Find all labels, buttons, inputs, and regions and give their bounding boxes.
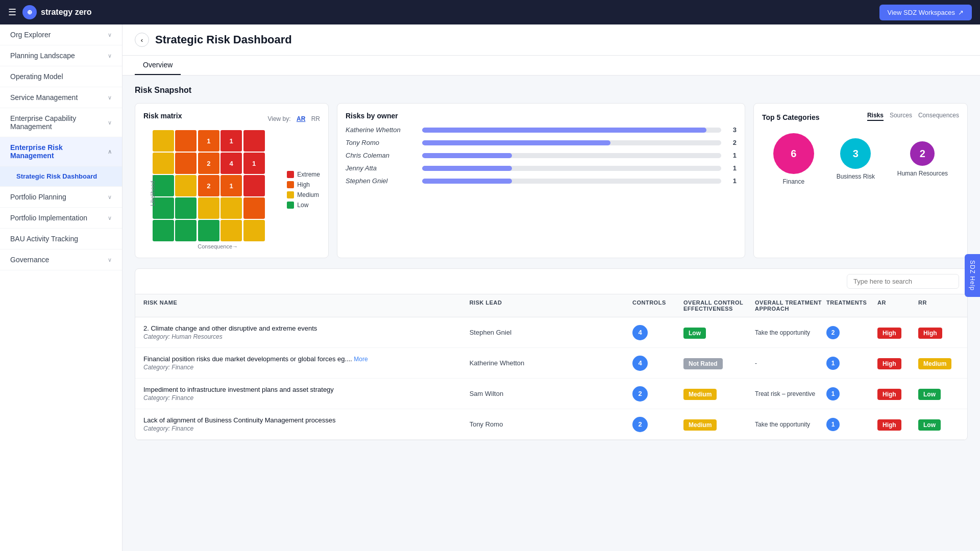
controls-badge: 4	[632, 325, 648, 340]
top5-tabs: RisksSourcesConsequences	[867, 112, 959, 121]
risk-name-cell: 2. Climate change and other disruptive a…	[143, 324, 470, 340]
matrix-cell	[153, 197, 174, 219]
search-input[interactable]	[847, 274, 959, 289]
likelihood-label: Likelihood →	[150, 173, 156, 206]
legend-item: Low	[287, 202, 320, 209]
hamburger-icon[interactable]: ☰	[8, 7, 16, 18]
category-item: 2 Human Resources	[897, 141, 948, 177]
ar-badge: High	[877, 328, 901, 339]
owner-count: 1	[726, 164, 737, 172]
risk-name-cell: Financial position risks due market deve…	[143, 355, 470, 371]
control-effectiveness-badge: Low	[683, 328, 706, 339]
top5-tab[interactable]: Risks	[867, 112, 884, 121]
ar-cell: High	[877, 420, 918, 429]
matrix-cell	[220, 220, 242, 241]
top-navigation: ☰ ⊕ strategy zero View SDZ Workspaces ↗	[0, 0, 980, 24]
sidebar-item-enterprise-capability[interactable]: Enterprise Capability Management ∨	[0, 108, 122, 137]
matrix-cell	[220, 197, 242, 219]
rr-cell: Medium	[918, 359, 959, 368]
table-header-cell: RR	[918, 299, 959, 312]
logo-icon: ⊕	[22, 5, 37, 19]
sidebar-item-enterprise-risk[interactable]: Enterprise Risk Management ∧	[0, 137, 122, 166]
risk-lead-cell: Tony Romo	[470, 420, 632, 428]
matrix-cell: 1	[198, 130, 219, 152]
matrix-cell	[175, 130, 197, 152]
owner-row: Tony Romo 2	[346, 139, 737, 146]
risks-by-owner-title: Risks by owner	[346, 112, 737, 120]
table-header-cell: AR	[877, 299, 918, 312]
treatments-cell: 1	[826, 418, 877, 431]
owner-row: Chris Coleman 1	[346, 152, 737, 159]
owner-name: Tony Romo	[346, 139, 417, 146]
treatments-badge: 1	[826, 357, 840, 370]
chevron-down-icon: ∨	[108, 257, 112, 263]
main-layout: Org Explorer ∨ Planning Landscape ∨ Oper…	[0, 24, 980, 551]
category-circle: 3	[840, 138, 871, 169]
control-effectiveness-cell: Medium	[683, 389, 755, 398]
top5-tab[interactable]: Sources	[890, 112, 912, 121]
matrix-cell	[153, 175, 174, 196]
sidebar-item-portfolio-planning[interactable]: Portfolio Planning ∨	[0, 187, 122, 208]
matrix-cell: 4	[220, 153, 242, 174]
rr-badge: Low	[918, 419, 941, 431]
table-row: Lack of alignment of Business Continuity…	[135, 409, 967, 440]
control-effectiveness-cell: Not Rated	[683, 359, 755, 368]
chevron-down-icon: ∨	[108, 32, 112, 38]
legend-dot	[287, 181, 294, 188]
categories-row: 6 Finance 3 Business Risk 2 Human Resour…	[762, 133, 959, 185]
owner-count: 1	[726, 177, 737, 185]
controls-badge: 2	[632, 386, 648, 402]
table-search-bar	[135, 269, 967, 294]
treatment-approach-cell: Take the opportunity	[755, 421, 826, 428]
table-header-cell: OVERALL TREATMENT APPROACH	[755, 299, 826, 312]
sidebar-item-bau-tracking[interactable]: BAU Activity Tracking	[0, 229, 122, 249]
risk-lead-cell: Katherine Whetton	[470, 359, 632, 367]
rr-cell: Low	[918, 389, 959, 398]
sidebar-item-planning-landscape[interactable]: Planning Landscape ∨	[0, 45, 122, 66]
matrix-title: Risk matrix	[143, 112, 182, 120]
table-header-cell: RISK LEAD	[470, 299, 632, 312]
treatments-cell: 1	[826, 357, 877, 370]
view-sdz-button[interactable]: View SDZ Workspaces ↗	[879, 5, 972, 20]
back-icon: ‹	[141, 36, 143, 44]
table-header-cell: RISK NAME	[143, 299, 470, 312]
chevron-up-icon: ∧	[108, 148, 112, 155]
sidebar-item-org-explorer[interactable]: Org Explorer ∨	[0, 24, 122, 45]
back-button[interactable]: ‹	[135, 33, 149, 47]
category-item: 6 Finance	[773, 133, 814, 185]
rr-cell: High	[918, 328, 959, 337]
treatment-approach-cell: -	[755, 360, 826, 367]
owner-bar-wrap	[422, 179, 721, 184]
owner-name: Jenny Atta	[346, 164, 417, 172]
sidebar-item-governance[interactable]: Governance ∨	[0, 249, 122, 270]
control-effectiveness-badge: Medium	[683, 389, 717, 400]
matrix-grid: 1124121	[153, 130, 265, 241]
matrix-cell: 1	[243, 153, 265, 174]
content-header: ‹ Strategic Risk Dashboard	[122, 24, 980, 56]
top5-tab[interactable]: Consequences	[918, 112, 959, 121]
table-header-cell: TREATMENTS	[826, 299, 877, 312]
table-header-cell: OVERALL CONTROL EFFECTIVENESS	[683, 299, 755, 312]
matrix-cell	[243, 130, 265, 152]
owner-count: 1	[726, 152, 737, 159]
owner-bar	[422, 140, 610, 145]
sidebar: Org Explorer ∨ Planning Landscape ∨ Oper…	[0, 24, 122, 551]
sidebar-item-portfolio-implementation[interactable]: Portfolio Implementation ∨	[0, 208, 122, 229]
consequence-label: Consequence→	[153, 243, 283, 249]
main-content: ‹ Strategic Risk Dashboard Overview Risk…	[122, 24, 980, 551]
sdz-help-button[interactable]: SDZ Help	[965, 254, 980, 297]
category-label: Human Resources	[897, 170, 948, 177]
app-name: strategy zero	[41, 8, 92, 17]
sidebar-item-service-management[interactable]: Service Management ∨	[0, 87, 122, 108]
view-rr-button[interactable]: RR	[311, 115, 320, 122]
sidebar-item-operating-model[interactable]: Operating Model	[0, 66, 122, 87]
matrix-cell	[153, 220, 174, 241]
control-effectiveness-cell: Medium	[683, 420, 755, 429]
matrix-cell: 1	[220, 175, 242, 196]
sidebar-item-strategic-risk-dashboard[interactable]: Strategic Risk Dashboard	[0, 166, 122, 187]
view-ar-button[interactable]: AR	[297, 115, 305, 122]
tab-overview[interactable]: Overview	[135, 56, 181, 75]
ar-cell: High	[877, 359, 918, 368]
legend-dot	[287, 171, 294, 178]
treatments-badge: 1	[826, 387, 840, 400]
